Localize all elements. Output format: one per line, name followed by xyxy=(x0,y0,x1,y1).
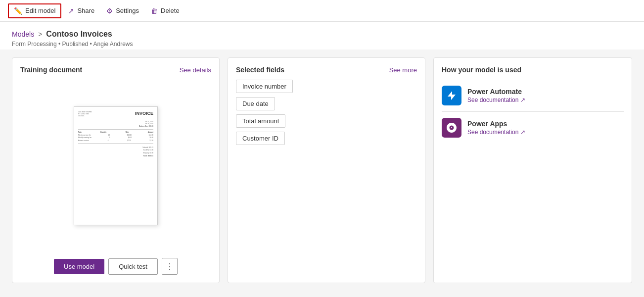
breadcrumb-parent-link[interactable]: Models xyxy=(12,30,34,38)
usage-apps-text: Power Apps See documentation ↗ xyxy=(467,120,525,136)
training-card-title: Training document xyxy=(20,66,82,74)
usage-item-automate: Power Automate See documentation ↗ xyxy=(442,80,624,112)
fields-card-title: Selected fields xyxy=(236,66,284,74)
more-icon: ⋮ xyxy=(166,262,174,271)
settings-icon: ⚙ xyxy=(106,7,113,15)
fields-card-header: Selected fields See more xyxy=(236,66,417,74)
training-buttons: Use model Quick test ⋮ xyxy=(20,258,211,275)
field-tag-total-amount: Total amount xyxy=(236,114,285,128)
invoice-document: 3001 Main St BuffaloNY 14000, USA555-010… xyxy=(74,106,158,225)
training-see-details-link[interactable]: See details xyxy=(180,66,211,74)
power-automate-label: Power Automate xyxy=(467,88,525,96)
model-usage-card: How your model is used Power Automate Se… xyxy=(433,57,632,283)
usage-card-header: How your model is used xyxy=(442,66,624,74)
delete-button[interactable]: 🗑 Delete xyxy=(146,4,184,17)
quick-test-button[interactable]: Quick test xyxy=(108,258,158,275)
field-tag-customer-id: Customer ID xyxy=(236,132,285,145)
usage-automate-text: Power Automate See documentation ↗ xyxy=(467,88,525,103)
share-button[interactable]: ↗ Share xyxy=(63,4,99,17)
invoice-preview: 3001 Main St BuffaloNY 14000, USA555-010… xyxy=(20,80,211,252)
power-automate-docs-link[interactable]: See documentation ↗ xyxy=(467,97,525,103)
main-content: Training document See details 3001 Main … xyxy=(0,50,644,291)
edit-model-button[interactable]: ✏️ Edit model xyxy=(8,3,61,18)
delete-icon: 🗑 xyxy=(151,7,158,15)
training-document-card: Training document See details 3001 Main … xyxy=(12,57,220,283)
usage-item-apps: Power Apps See documentation ↗ xyxy=(442,112,624,144)
settings-button[interactable]: ⚙ Settings xyxy=(101,4,144,17)
usage-card-title: How your model is used xyxy=(442,66,521,74)
breadcrumb: Models > Contoso Invoices xyxy=(12,30,632,39)
power-apps-docs-link[interactable]: See documentation ↗ xyxy=(467,129,525,136)
share-icon: ↗ xyxy=(68,7,74,15)
toolbar: ✏️ Edit model ↗ Share ⚙ Settings 🗑 Delet… xyxy=(0,0,644,22)
fields-see-more-link[interactable]: See more xyxy=(389,66,417,74)
power-apps-label: Power Apps xyxy=(467,120,525,128)
breadcrumb-separator: > xyxy=(38,30,42,38)
breadcrumb-meta: Form Processing • Published • Angie Andr… xyxy=(12,41,632,48)
use-model-button[interactable]: Use model xyxy=(54,259,104,274)
more-options-button[interactable]: ⋮ xyxy=(162,258,178,275)
power-automate-icon xyxy=(442,86,461,105)
usage-items-list: Power Automate See documentation ↗ Power… xyxy=(442,80,624,144)
field-tag-invoice-number: Invoice number xyxy=(236,80,293,93)
breadcrumb-area: Models > Contoso Invoices Form Processin… xyxy=(0,22,644,50)
selected-fields-card: Selected fields See more Invoice number … xyxy=(228,57,425,283)
training-card-header: Training document See details xyxy=(20,66,211,74)
power-apps-icon xyxy=(442,118,461,138)
field-tag-due-date: Due date xyxy=(236,97,275,110)
edit-icon: ✏️ xyxy=(14,7,22,15)
field-tags-list: Invoice number Due date Total amount Cus… xyxy=(236,80,417,275)
breadcrumb-current: Contoso Invoices xyxy=(46,30,112,39)
